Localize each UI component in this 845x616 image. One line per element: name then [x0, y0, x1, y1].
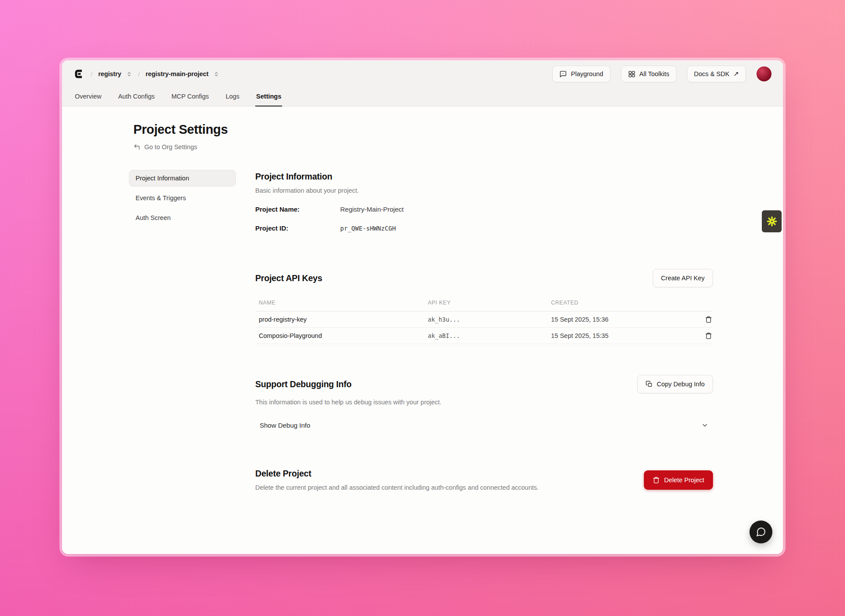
- playground-button-label: Playground: [571, 70, 603, 77]
- card-header: / registry / registry-main-project: [62, 60, 783, 106]
- breadcrumb: / registry / registry-main-project: [73, 68, 220, 80]
- settings-main: Project Information Basic information ab…: [255, 170, 713, 491]
- show-debug-info-label: Show Debug Info: [260, 422, 310, 429]
- breadcrumb-org[interactable]: registry: [98, 70, 121, 77]
- section-title: Project API Keys: [255, 273, 322, 283]
- chat-bubble-icon: [756, 527, 766, 537]
- project-name-value: Registry-Main-Project: [340, 205, 404, 213]
- header-actions: Playground All Toolkits Docs & SDK ↗: [552, 66, 772, 82]
- column-header-created: CREATED: [547, 300, 695, 306]
- project-name-row: Project Name: Registry-Main-Project: [255, 205, 713, 213]
- project-name-label: Project Name:: [255, 205, 340, 213]
- chevrons-updown-icon[interactable]: [213, 71, 220, 77]
- page-title: Project Settings: [133, 122, 713, 137]
- section-title: Delete Project: [255, 469, 539, 479]
- section-description: Delete the current project and all assoc…: [255, 484, 539, 491]
- content: Project Settings Go to Org Settings Proj…: [62, 106, 783, 491]
- api-keys-table: NAME API KEY CREATED prod-registry-key a…: [255, 300, 713, 344]
- breadcrumb-project[interactable]: registry-main-project: [146, 70, 209, 77]
- project-id-label: Project ID:: [255, 224, 340, 232]
- breadcrumb-separator: /: [138, 70, 140, 78]
- docs-sdk-button[interactable]: Docs & SDK ↗: [687, 66, 746, 82]
- asterisk-icon: [766, 216, 778, 227]
- table-header-row: NAME API KEY CREATED: [255, 300, 713, 312]
- go-to-org-settings-label: Go to Org Settings: [144, 143, 197, 150]
- go-to-org-settings-link[interactable]: Go to Org Settings: [133, 143, 713, 150]
- copy-debug-info-label: Copy Debug Info: [657, 381, 705, 388]
- nav-item-auth-screen[interactable]: Auth Screen: [129, 209, 236, 226]
- api-key-value: ak_h3u...: [424, 316, 547, 323]
- api-key-created: 15 Sept 2025, 15:35: [547, 332, 695, 339]
- api-key-name: prod-registry-key: [255, 316, 424, 323]
- tab-auth-configs[interactable]: Auth Configs: [117, 88, 155, 106]
- tab-settings[interactable]: Settings: [255, 88, 282, 106]
- playground-button[interactable]: Playground: [552, 66, 610, 82]
- breadcrumb-row: / registry / registry-main-project: [73, 60, 772, 88]
- breadcrumb-separator: /: [91, 70, 92, 78]
- column-header-api-key: API KEY: [424, 300, 547, 306]
- section-description: This information is used to help us debu…: [255, 399, 713, 406]
- feedback-widget-button[interactable]: [762, 210, 782, 232]
- trash-icon: [705, 332, 712, 339]
- nav-item-project-information[interactable]: Project Information: [129, 170, 236, 187]
- nav-item-events-triggers[interactable]: Events & Triggers: [129, 190, 236, 206]
- playground-icon: [559, 70, 567, 78]
- tabs: Overview Auth Configs MCP Configs Logs S…: [73, 88, 772, 106]
- delete-key-button[interactable]: [695, 332, 713, 339]
- chevron-down-icon: [701, 422, 709, 429]
- delete-project-label: Delete Project: [664, 477, 704, 484]
- tab-logs[interactable]: Logs: [225, 88, 240, 106]
- grid-icon: [628, 70, 636, 78]
- trash-icon: [705, 316, 712, 323]
- docs-sdk-button-label: Docs & SDK: [694, 70, 730, 77]
- user-avatar[interactable]: [757, 66, 772, 81]
- copy-icon: [646, 381, 653, 388]
- trash-icon: [653, 477, 660, 484]
- settings-nav: Project Information Events & Triggers Au…: [129, 170, 236, 491]
- tab-overview[interactable]: Overview: [74, 88, 102, 106]
- chat-support-button[interactable]: [749, 521, 772, 543]
- column-header-name: NAME: [255, 300, 424, 306]
- app-card: / registry / registry-main-project: [62, 60, 783, 554]
- section-project-information: Project Information Basic information ab…: [255, 172, 713, 232]
- delete-key-button[interactable]: [695, 316, 713, 323]
- api-key-value: ak_aBI...: [424, 332, 547, 339]
- all-toolkits-button-label: All Toolkits: [639, 70, 669, 77]
- table-row: prod-registry-key ak_h3u... 15 Sept 2025…: [255, 312, 713, 328]
- table-row: Composio-Playground ak_aBI... 15 Sept 20…: [255, 328, 713, 344]
- project-id-value: pr_QWE-sHWNzCGH: [340, 225, 396, 232]
- arrow-up-right-icon: ↗: [733, 70, 739, 78]
- api-key-created: 15 Sept 2025, 15:36: [547, 316, 695, 323]
- section-title: Project Information: [255, 172, 713, 182]
- section-delete-project: Delete Project Delete the current projec…: [255, 469, 713, 491]
- show-debug-info-toggle[interactable]: Show Debug Info: [255, 417, 713, 433]
- section-debug-info: Support Debugging Info Copy Debug Info T…: [255, 375, 713, 433]
- project-id-row: Project ID: pr_QWE-sHWNzCGH: [255, 224, 713, 232]
- section-description: Basic information about your project.: [255, 187, 713, 194]
- create-api-key-button[interactable]: Create API Key: [653, 269, 713, 287]
- composio-logo-icon: [73, 68, 85, 80]
- page-background: / registry / registry-main-project: [0, 0, 845, 616]
- section-title: Support Debugging Info: [255, 379, 352, 389]
- copy-debug-info-button[interactable]: Copy Debug Info: [637, 375, 713, 393]
- section-api-keys: Project API Keys Create API Key NAME API…: [255, 269, 713, 344]
- tab-mcp-configs[interactable]: MCP Configs: [170, 88, 209, 106]
- delete-project-button[interactable]: Delete Project: [644, 470, 713, 490]
- chevrons-updown-icon[interactable]: [126, 71, 132, 77]
- corner-up-left-icon: [133, 143, 140, 150]
- all-toolkits-button[interactable]: All Toolkits: [621, 66, 676, 82]
- api-key-name: Composio-Playground: [255, 332, 424, 339]
